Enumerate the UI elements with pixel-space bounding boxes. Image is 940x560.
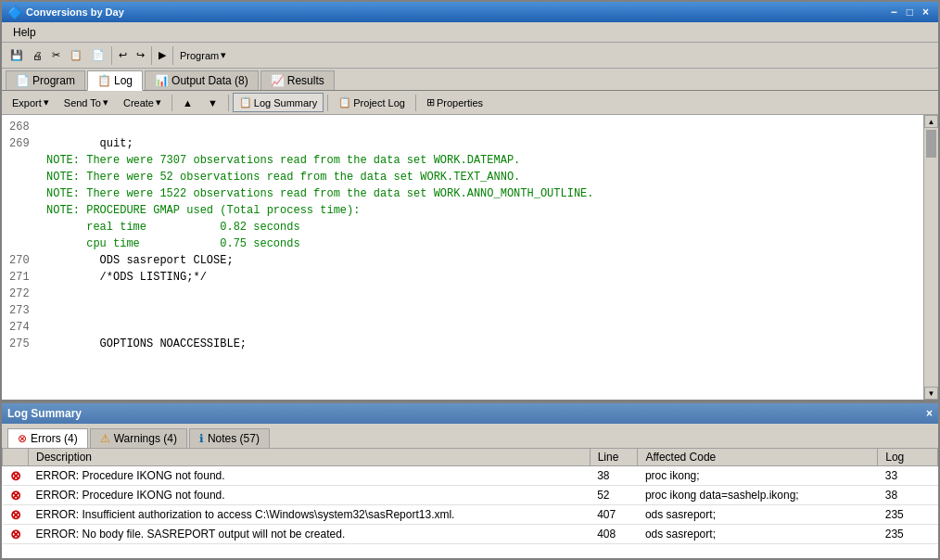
export-arrow: ▾ — [44, 96, 49, 108]
properties-button[interactable]: ⊞ Properties — [420, 93, 489, 112]
toolbar-icon-6[interactable]: ↩ — [114, 45, 132, 66]
log-content[interactable]: 268 269 quit; NOTE: There were 7307 obse… — [2, 115, 923, 400]
log-line: 274 — [9, 319, 916, 336]
table-row[interactable]: ⊗ ERROR: Procedure IKONG not found. 38 p… — [3, 466, 938, 486]
title-bar-left: 🔷 Conversions by Day — [7, 6, 124, 19]
send-to-button[interactable]: Send To ▾ — [57, 93, 115, 112]
row-icon: ⊗ — [3, 525, 29, 544]
line-number: 270 — [9, 252, 46, 269]
summary-table: Description Line Affected Code Log ⊗ ERR… — [2, 448, 938, 544]
export-button[interactable]: Export ▾ — [6, 93, 56, 112]
row-description: ERROR: Procedure IKONG not found. — [29, 486, 591, 505]
summary-tab-errors[interactable]: ⊗ Errors (4) — [7, 428, 88, 448]
title-bar-buttons: − □ × — [887, 6, 933, 19]
log-tab-label: Log — [114, 74, 133, 87]
properties-icon: ⊞ — [426, 96, 435, 108]
menu-bar: Help — [2, 22, 938, 43]
toolbar-icon-8[interactable]: ▶ — [154, 45, 171, 66]
table-row[interactable]: ⊗ ERROR: No body file. SASREPORT output … — [3, 525, 938, 544]
down-button[interactable]: ▼ — [201, 93, 224, 112]
toolbar-icon-4[interactable]: 📋 — [65, 45, 87, 66]
scroll-up[interactable]: ▲ — [924, 115, 938, 128]
line-number: 269 — [9, 135, 46, 152]
th-log: Log — [878, 449, 938, 466]
row-affected-code: ods sasreport; — [638, 525, 878, 544]
action-sep-3 — [327, 95, 328, 111]
log-scrollbar[interactable]: ▲ ▼ — [923, 115, 938, 400]
summary-table-area[interactable]: Description Line Affected Code Log ⊗ ERR… — [2, 448, 938, 558]
log-summary-header: Log Summary × — [2, 403, 938, 424]
error-tab-icon: ⊗ — [18, 432, 27, 445]
create-arrow: ▾ — [156, 96, 161, 108]
up-button[interactable]: ▲ — [176, 93, 199, 112]
log-line: 268 — [9, 119, 916, 135]
summary-tab-notes[interactable]: ℹ Notes (57) — [189, 428, 270, 448]
create-button[interactable]: Create ▾ — [117, 93, 168, 112]
row-log: 38 — [878, 486, 938, 505]
line-number — [9, 152, 46, 169]
line-code: quit; — [46, 135, 133, 152]
properties-label: Properties — [437, 97, 483, 108]
tab-program[interactable]: 📄 Program — [6, 70, 85, 90]
program-tab-label: Program — [32, 74, 75, 87]
row-log: 235 — [878, 525, 938, 544]
notes-tab-label: Notes (57) — [208, 432, 260, 445]
row-affected-code: proc ikong data=sashelp.ikong; — [638, 486, 878, 505]
output-tab-icon: 📊 — [155, 74, 169, 87]
log-summary-button[interactable]: 📋 Log Summary — [233, 93, 324, 112]
line-code: GOPTIONS NOACCESSIBLE; — [46, 336, 247, 352]
toolbar-icon-3[interactable]: ✂ — [47, 45, 65, 66]
line-number: 272 — [9, 286, 46, 302]
help-menu[interactable]: Help — [6, 24, 44, 41]
notes-tab-icon: ℹ — [199, 432, 204, 445]
toolbar-icon-7[interactable]: ↪ — [132, 45, 149, 66]
title-bar: 🔷 Conversions by Day − □ × — [2, 2, 938, 22]
toolbar-icon-5[interactable]: 📄 — [87, 45, 109, 66]
line-number: 275 — [9, 336, 46, 352]
row-description: ERROR: Procedure IKONG not found. — [29, 466, 591, 486]
line-number: 274 — [9, 319, 46, 336]
toolbar-sep-2 — [151, 46, 152, 65]
maximize-button[interactable]: □ — [903, 6, 917, 19]
send-to-label: Send To — [64, 97, 101, 108]
program-label: Program — [180, 50, 219, 61]
tab-log[interactable]: 📋 Log — [87, 70, 143, 91]
program-dropdown-button[interactable]: Program ▾ — [175, 45, 231, 66]
tab-results[interactable]: 📈 Results — [260, 70, 335, 90]
log-line: cpu time 0.75 seconds — [9, 235, 916, 252]
summary-tab-warnings[interactable]: ⚠ Warnings (4) — [90, 428, 187, 448]
line-number: 271 — [9, 269, 46, 286]
results-tab-icon: 📈 — [271, 74, 285, 87]
toolbar-icon-1[interactable]: 💾 — [6, 45, 28, 66]
export-label: Export — [12, 97, 42, 108]
log-line: 271 /*ODS LISTING;*/ — [9, 269, 916, 286]
note-text: NOTE: There were 7307 observations read … — [46, 152, 520, 169]
line-number — [9, 202, 46, 219]
summary-tabs-bar: ⊗ Errors (4) ⚠ Warnings (4) ℹ Notes (57) — [2, 424, 938, 448]
project-log-label: Project Log — [353, 97, 405, 108]
row-description: ERROR: No body file. SASREPORT output wi… — [29, 525, 591, 544]
log-line: 270 ODS sasreport CLOSE; — [9, 252, 916, 269]
line-number — [9, 235, 46, 252]
table-row[interactable]: ⊗ ERROR: Procedure IKONG not found. 52 p… — [3, 486, 938, 505]
row-icon: ⊗ — [3, 505, 29, 525]
tab-output[interactable]: 📊 Output Data (8) — [145, 70, 259, 90]
row-icon: ⊗ — [3, 486, 29, 505]
log-summary-close[interactable]: × — [926, 407, 933, 420]
log-line: NOTE: There were 52 observations read fr… — [9, 169, 916, 185]
project-log-button[interactable]: 📋 Project Log — [332, 93, 412, 112]
row-line: 408 — [590, 525, 638, 544]
scroll-down[interactable]: ▼ — [924, 387, 938, 400]
minimize-button[interactable]: − — [887, 6, 901, 19]
upper-area: 268 269 quit; NOTE: There were 7307 obse… — [2, 115, 938, 402]
close-button[interactable]: × — [919, 6, 933, 19]
send-to-arrow: ▾ — [103, 96, 108, 108]
table-row[interactable]: ⊗ ERROR: Insufficient authorization to a… — [3, 505, 938, 525]
line-number — [9, 219, 46, 235]
main-window: 🔷 Conversions by Day − □ × Help 💾 🖨 ✂ 📋 … — [0, 0, 940, 560]
scroll-thumb[interactable] — [926, 130, 936, 158]
toolbar-icon-2[interactable]: 🖨 — [28, 45, 47, 66]
log-summary-panel: Log Summary × ⊗ Errors (4) ⚠ Warnings (4… — [2, 402, 938, 558]
row-affected-code: ods sasreport; — [638, 505, 878, 525]
line-number — [9, 169, 46, 185]
